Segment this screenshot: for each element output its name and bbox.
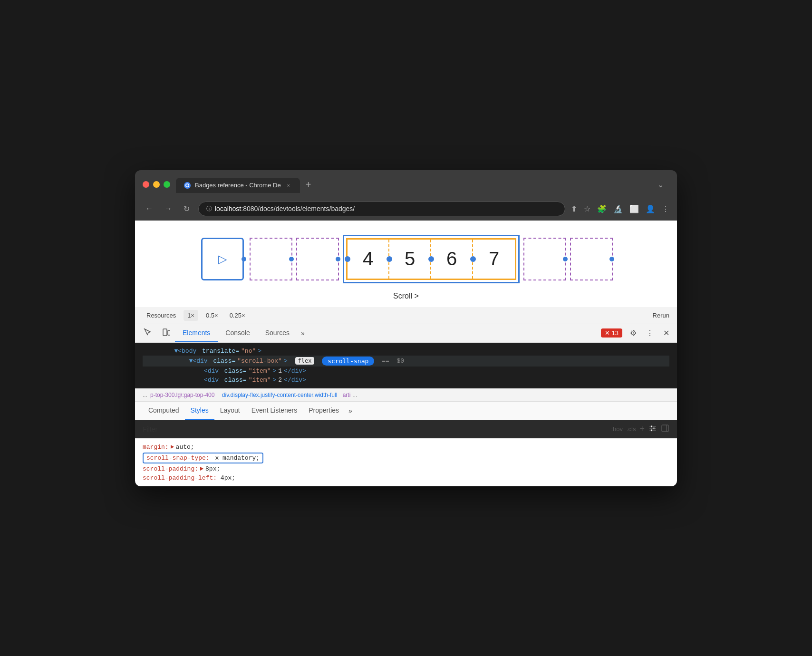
speed-05x-button[interactable]: 0.5× — [202, 310, 222, 321]
close-devtools-icon[interactable]: ✕ — [659, 326, 673, 340]
browser-window: Badges reference - Chrome De × + ⌄ ← → ↻… — [135, 170, 677, 486]
snap-item-4: 4 — [348, 240, 389, 279]
css-prop-scroll-padding-left: scroll-padding-left: — [143, 474, 217, 482]
devtools-more-tabs[interactable]: » — [297, 325, 309, 342]
traffic-lights — [143, 181, 170, 188]
html-tag-div-close: > — [284, 357, 288, 365]
tab-layout[interactable]: Layout — [214, 402, 246, 420]
preview-area: ▷ 4 5 — [135, 221, 677, 307]
menu-icon[interactable]: ⋮ — [662, 204, 669, 213]
tab-computed[interactable]: Computed — [143, 402, 185, 420]
tab-sources[interactable]: Sources — [258, 324, 297, 342]
svg-rect-4 — [168, 330, 170, 335]
html-line-item-1: <div class= "item" > 1 </div> — [143, 367, 669, 376]
hover-state-button[interactable]: :hov — [611, 425, 623, 433]
css-panel: margin: auto; scroll-snap-type: x mandat… — [135, 439, 677, 486]
html-tag-body-close: > — [258, 347, 261, 355]
html-line-scroll-box[interactable]: ▼<div class= "scroll-box" > flex scroll-… — [143, 356, 669, 367]
html-item-spaces — [143, 367, 202, 375]
html-panel: ▼<body translate= "no" > ▼<div class= "s… — [135, 343, 677, 388]
active-tab[interactable]: Badges reference - Chrome De × — [176, 178, 300, 193]
html-tag-item-1: <div — [204, 367, 219, 375]
breadcrumb-path-2[interactable]: div.display-flex.justify-content-center.… — [222, 392, 338, 398]
badge-flex[interactable]: flex — [295, 357, 315, 365]
css-value-margin: auto; — [176, 444, 194, 451]
phantom-item-3 — [523, 238, 566, 280]
maximize-button[interactable] — [164, 181, 170, 188]
tab-title: Badges reference - Chrome De — [195, 182, 281, 189]
triangle-icon — [171, 445, 174, 449]
breadcrumb-separator — [217, 392, 219, 398]
html-line-item-2: <div class= "item" > 2 </div> — [143, 376, 669, 385]
back-button[interactable]: ← — [143, 203, 156, 215]
tab-close-button[interactable]: × — [285, 182, 292, 189]
resources-label: Resources — [143, 310, 180, 321]
element-picker-icon[interactable] — [139, 324, 157, 342]
rerun-button[interactable]: Rerun — [653, 312, 669, 319]
css-scroll-snap-highlighted[interactable]: scroll-snap-type: x mandatory; — [143, 453, 263, 463]
svg-rect-11 — [662, 425, 668, 432]
tabs-row: Badges reference - Chrome De × + ⌄ — [176, 176, 669, 193]
reading-mode-icon[interactable]: ⬜ — [629, 204, 639, 213]
tab-event-listeners[interactable]: Event Listeners — [246, 402, 303, 420]
filter-bar: Filter :hov .cls + — [135, 420, 677, 439]
css-value-scroll-padding: 8px; — [205, 465, 220, 473]
chrome-favicon-icon — [184, 182, 191, 189]
html-value-scroll-box: "scroll-box" — [237, 357, 282, 365]
refresh-button[interactable]: ↻ — [181, 203, 193, 215]
html-attr-class-item: class= — [221, 367, 247, 375]
tab-properties[interactable]: Properties — [303, 402, 345, 420]
new-tab-button[interactable]: + — [300, 176, 317, 193]
html-tag-item-close: > — [272, 367, 276, 375]
breadcrumb-path-3[interactable]: arti — [343, 392, 351, 398]
extensions-icon[interactable]: 🧩 — [597, 204, 607, 213]
snap-item-6: 6 — [431, 240, 473, 279]
svg-rect-7 — [649, 430, 656, 431]
html-line-1: ▼<body translate= "no" > — [143, 347, 669, 356]
close-button[interactable] — [143, 181, 149, 188]
scroll-item-selected: ▷ — [201, 238, 244, 280]
badge-scroll-snap[interactable]: scroll-snap — [322, 357, 374, 366]
expand-sidebar-icon[interactable] — [661, 424, 669, 434]
settings-icon[interactable]: ⚙ — [626, 326, 640, 340]
snap-item-6-label: 6 — [446, 248, 457, 270]
tabs-chevron-icon[interactable]: ⌄ — [652, 176, 669, 193]
html-tag-item-2: <div — [204, 376, 219, 384]
html-spaces — [143, 357, 187, 365]
error-icon: ✕ — [605, 329, 610, 337]
breadcrumb-path-1[interactable]: p-top-300.lg\:gap-top-400 — [150, 392, 214, 398]
svg-rect-5 — [649, 426, 656, 427]
speed-025x-button[interactable]: 0.25× — [226, 310, 249, 321]
styles-more-tabs[interactable]: » — [345, 402, 356, 419]
error-badge: ✕ 13 — [601, 328, 622, 338]
add-style-button[interactable]: + — [639, 424, 645, 434]
css-value-scroll-padding-left: 4px; — [217, 474, 235, 482]
html-tag-div: ▼<div — [189, 357, 208, 365]
html-tag-item-2-end: </div> — [284, 376, 306, 384]
html-tag-item-end: </div> — [284, 367, 306, 375]
breadcrumb-dots-right: ... — [352, 392, 357, 398]
more-options-icon[interactable]: ⋮ — [642, 326, 657, 340]
html-text-1: 1 — [278, 367, 282, 375]
snap-item-7-label: 7 — [489, 248, 499, 270]
tab-elements[interactable]: Elements — [175, 324, 218, 342]
title-bar: Badges reference - Chrome De × + ⌄ — [135, 170, 677, 198]
tab-styles[interactable]: Styles — [185, 402, 214, 420]
profile-icon[interactable]: 👤 — [646, 204, 655, 213]
css-line-margin: margin: auto; — [143, 443, 669, 452]
class-button[interactable]: .cls — [627, 425, 636, 433]
address-input[interactable]: ⓘ localhost:8080/docs/devtools/elements/… — [198, 202, 565, 216]
forward-button[interactable]: → — [162, 203, 175, 215]
minimize-button[interactable] — [153, 181, 160, 188]
speed-1x-button[interactable]: 1× — [184, 310, 198, 321]
css-value-scroll-snap-type: x mandatory; — [212, 454, 260, 462]
labs-icon[interactable]: 🔬 — [613, 204, 623, 213]
device-toolbar-icon[interactable] — [157, 324, 175, 342]
bookmark-icon[interactable]: ☆ — [584, 204, 590, 213]
style-settings-icon[interactable] — [648, 424, 657, 434]
tab-console[interactable]: Console — [218, 324, 257, 342]
scroll-snap-icon: ▷ — [218, 252, 227, 266]
snap-group: 4 5 6 7 — [343, 235, 520, 283]
html-value-no: "no" — [241, 347, 256, 355]
share-icon[interactable]: ⬆ — [571, 204, 577, 213]
